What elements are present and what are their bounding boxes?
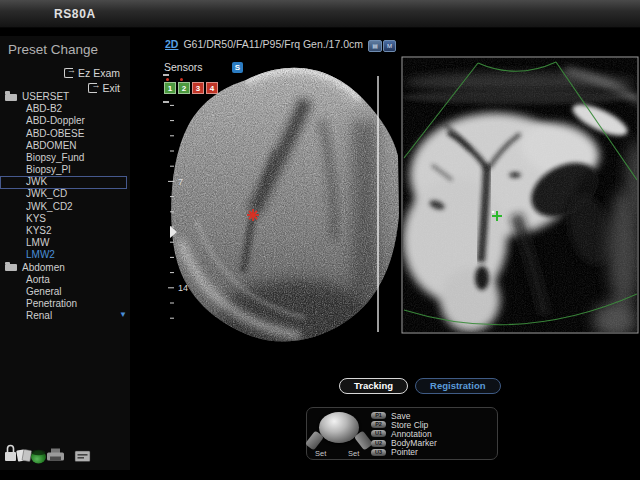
tree-item[interactable]: USERSET: [0, 91, 127, 103]
monitor-badge-icon: ▤: [368, 40, 382, 52]
tree-item[interactable]: General: [0, 286, 127, 298]
reference-mri-image[interactable]: [402, 57, 638, 333]
ez-exam-icon: [64, 68, 73, 78]
page-title: Preset Change: [8, 42, 98, 57]
tree-item[interactable]: Aorta: [0, 274, 127, 286]
trackball-icon: [319, 412, 359, 443]
tree-item[interactable]: JWK_CD: [0, 189, 127, 201]
m-badge-icon: M: [383, 40, 396, 52]
preset-sidebar: Preset Change Ez Exam Exit USERSET ABD-B…: [0, 36, 130, 470]
tree-item[interactable]: LMW: [0, 237, 127, 249]
scroll-down-icon[interactable]: ▼: [119, 310, 127, 319]
preset-tree: USERSET ABD-B2 ABD-Doppler ABD-OBESE ABD…: [0, 91, 130, 323]
folder-icon: [5, 94, 17, 101]
ultrasound-image[interactable]: [170, 60, 400, 345]
tree-item[interactable]: Penetration: [0, 298, 127, 310]
softkey-pill: U2: [371, 440, 386, 447]
tree-item[interactable]: ABD-B2: [0, 103, 127, 115]
tree-item[interactable]: Renal: [0, 310, 127, 322]
folder-icon: [5, 264, 17, 271]
softkey-pill: U3: [371, 449, 386, 456]
tree-item[interactable]: Abdomen: [0, 262, 127, 274]
tree-item[interactable]: JWK: [0, 176, 127, 188]
application-window: RS80A Preset Change Ez Exam Exit USERSET…: [0, 0, 640, 480]
tree-item[interactable]: Biopsy_Fund: [0, 152, 127, 164]
sensor-dash-top: [163, 74, 169, 76]
tree-item[interactable]: Biopsy_Pl: [0, 164, 127, 176]
mode-2d-label: 2D: [165, 38, 178, 50]
tree-item[interactable]: KYS: [0, 213, 127, 225]
softkey-row: U3Pointer: [371, 448, 437, 457]
ez-exam-button[interactable]: Ez Exam: [64, 67, 120, 79]
title-bar: RS80A: [0, 0, 640, 28]
softkey-pill: U1: [371, 430, 386, 437]
image-params-label: G61/DR50/FA11/P95/Frq Gen./17.0cm: [183, 38, 363, 50]
tree-item[interactable]: JWK_CD2: [0, 201, 127, 213]
softkey-pill: P2: [371, 421, 386, 428]
tree-item[interactable]: ABDOMEN: [0, 140, 127, 152]
mode-button[interactable]: Registration: [415, 378, 500, 394]
fusion-mode-buttons: Tracking Registration: [339, 378, 501, 394]
tree-item[interactable]: LMW2: [0, 249, 127, 261]
tree-item[interactable]: ABD-OBESE: [0, 128, 127, 140]
sensor-dash-bottom: [163, 101, 169, 103]
tree-item[interactable]: KYS2: [0, 225, 127, 237]
system-model-label: RS80A: [54, 7, 96, 21]
image-info-bar: 2DG61/DR50/FA11/P95/Frq Gen./17.0cm: [165, 38, 363, 50]
mode-button[interactable]: Tracking: [339, 378, 408, 394]
softkey-panel: Set Set P1Save P2Store Clip U1Annotation…: [306, 407, 498, 460]
set-left-label: Set: [315, 449, 326, 458]
tree-item[interactable]: ABD-Doppler: [0, 115, 127, 127]
softkey-pill: P1: [371, 412, 386, 419]
softkey-rows: P1Save P2Store Clip U1Annotation U2BodyM…: [371, 411, 437, 457]
set-right-label: Set: [348, 449, 359, 458]
